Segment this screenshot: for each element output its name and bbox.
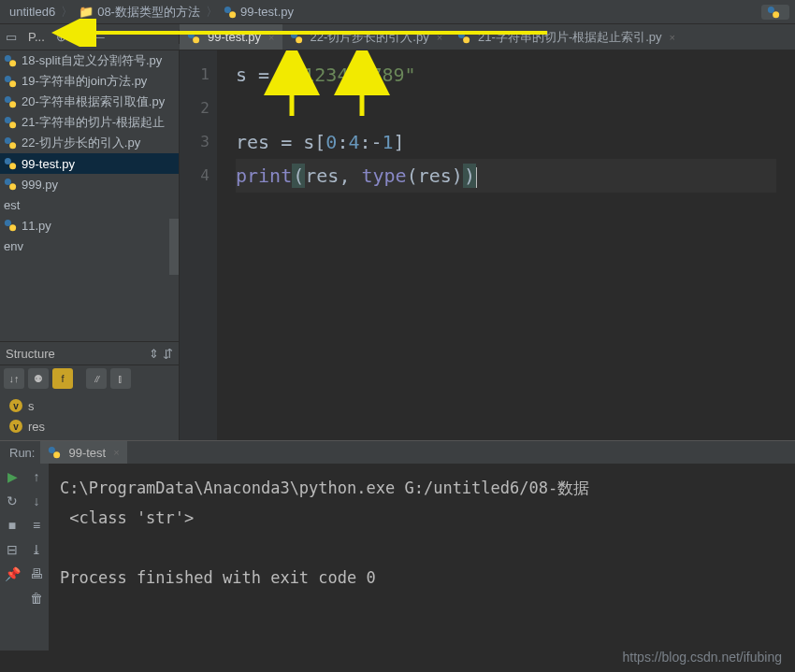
svg-point-4 [188,31,195,37]
svg-point-8 [458,31,465,37]
tab-22[interactable]: 22-切片步长的引入.py × [282,24,451,50]
view-icon[interactable]: ▭ [6,30,17,44]
breadcrumb-project[interactable]: untitled6 [6,5,59,19]
file-item[interactable]: 18-split自定义分割符号.py [0,50,179,71]
chevron-right-icon: 〉 [206,4,218,21]
python-icon [4,54,17,67]
target-icon[interactable]: ⊕ [56,30,66,44]
python-icon [4,219,17,232]
structure-var[interactable]: vs [0,395,179,416]
python-icon [4,116,17,129]
svg-point-24 [5,220,11,226]
svg-point-21 [9,163,16,169]
svg-point-14 [5,96,11,103]
structure-title: Structure [6,347,55,361]
svg-point-22 [5,179,11,185]
file-item[interactable]: 999.py [0,174,179,194]
tab-21[interactable]: 21-字符串的切片-根据起止索引.py × [450,24,683,50]
chevron-right-icon: 〉 [61,4,73,21]
run-config-badge[interactable] [761,5,789,20]
var-badge: v [9,420,22,433]
structure-header: Structure ⇕ ⇵ [0,341,179,365]
run-panel: Run: 99-test × ▶ ↻ ■ ⊟ 📌 ↑ ↓ ≡ ⤓ 🖶 🗑 C:\… [0,440,795,651]
gutter: 1 2 3 4 [180,50,217,440]
fields-icon[interactable]: f [52,368,73,389]
cursor [476,167,477,188]
filter-icon[interactable]: ⚉ [28,368,49,389]
tab-label: 22-切片步长的引入.py [311,29,429,46]
svg-point-17 [9,122,16,128]
minimize-icon[interactable]: — [93,30,105,44]
stop-icon[interactable]: ■ [8,518,16,533]
structure-var[interactable]: vres [0,416,179,436]
python-icon [290,31,303,44]
breadcrumb-file[interactable]: 99-test.py [220,5,297,19]
close-icon[interactable]: × [268,32,274,43]
file-item[interactable]: 22-切片步长的引入.py [0,133,179,153]
python-icon [48,446,61,459]
svg-point-13 [9,80,16,87]
autoscroll2-icon[interactable]: ⫿ [110,368,131,389]
file-item[interactable]: 19-字符串的join方法.py [0,71,179,92]
scrollbar[interactable] [169,219,179,275]
file-item[interactable]: 11.py [0,215,179,236]
svg-point-0 [224,6,231,12]
svg-point-2 [768,6,774,12]
breadcrumb: untitled6 〉 📁 08-数据类型的方法 〉 99-test.py [0,0,795,24]
close-icon[interactable]: × [437,32,442,43]
tree-item[interactable]: est [0,194,179,215]
tab-99-test[interactable]: 99-test.py × [180,24,282,50]
toolbar: ▭ P... ⊕ ⚙ — 99-test.py × 22-切片步长的引入.py … [0,24,795,50]
autoscroll-icon[interactable]: ⫽ [86,368,107,389]
run-title: Run: [4,446,40,460]
svg-point-25 [9,224,16,231]
tree-item[interactable]: env [0,236,179,256]
print-icon[interactable]: 🖶 [30,566,43,581]
close-icon[interactable]: × [113,447,119,458]
collapse-icon[interactable]: ⇵ [163,347,173,361]
python-icon [4,75,17,88]
python-icon [767,6,780,19]
play-icon[interactable]: ▶ [7,469,18,484]
editor[interactable]: 1 2 3 4 s = "0123456789" res = s[0:4:-1]… [180,50,795,440]
watermark: https://blog.csdn.net/ifubing [623,650,782,665]
rerun-icon[interactable]: ↻ [7,493,18,508]
python-icon [4,157,17,170]
trash-icon[interactable]: 🗑 [30,591,43,606]
sort-icon[interactable]: ↓↑ [4,368,24,389]
layout-icon[interactable]: ⊟ [7,542,18,557]
breadcrumb-folder[interactable]: 📁 08-数据类型的方法 [75,4,204,21]
svg-point-10 [5,55,11,62]
file-item[interactable]: 20-字符串根据索引取值.py [0,92,179,112]
wrap-icon[interactable]: ≡ [33,518,40,533]
var-badge: v [9,399,22,412]
expand-icon[interactable]: ⇕ [149,347,159,361]
svg-point-12 [5,76,11,82]
scroll-icon[interactable]: ⤓ [31,542,42,557]
up-icon[interactable]: ↑ [34,469,40,484]
svg-point-15 [9,101,16,107]
tab-label: 99-test.py [208,30,261,44]
editor-tabs: 99-test.py × 22-切片步长的引入.py × 21-字符串的切片-根… [180,24,795,50]
python-icon [4,136,17,150]
project-selector[interactable]: P... [24,30,49,44]
run-toolbar-second: ↑ ↓ ≡ ⤓ 🖶 🗑 [24,464,49,651]
svg-point-5 [193,36,199,43]
svg-point-16 [5,117,11,123]
file-item[interactable]: 21-字符串的切片-根据起止 [0,112,179,133]
down-icon[interactable]: ↓ [34,493,40,508]
code-area[interactable]: s = "0123456789" res = s[0:4:-1] print(r… [217,50,795,440]
gear-icon[interactable]: ⚙ [74,30,85,44]
pin-icon[interactable]: 📌 [5,566,21,581]
file-item-selected[interactable]: 99-test.py [0,153,179,174]
file-tree: 18-split自定义分割符号.py 19-字符串的join方法.py 20-字… [0,50,179,256]
tab-label: 21-字符串的切片-根据起止索引.py [478,29,661,46]
run-tab[interactable]: 99-test × [40,441,126,464]
svg-point-19 [9,142,16,149]
close-icon[interactable]: × [670,32,675,43]
structure-toolbar: ↓↑ ⚉ f ⫽ ⫿ [0,365,179,392]
console-output[interactable]: C:\ProgramData\Anaconda3\python.exe G:/u… [49,464,795,651]
python-icon [4,178,17,191]
sidebar: 18-split自定义分割符号.py 19-字符串的join方法.py 20-字… [0,50,180,440]
svg-point-3 [773,11,779,18]
